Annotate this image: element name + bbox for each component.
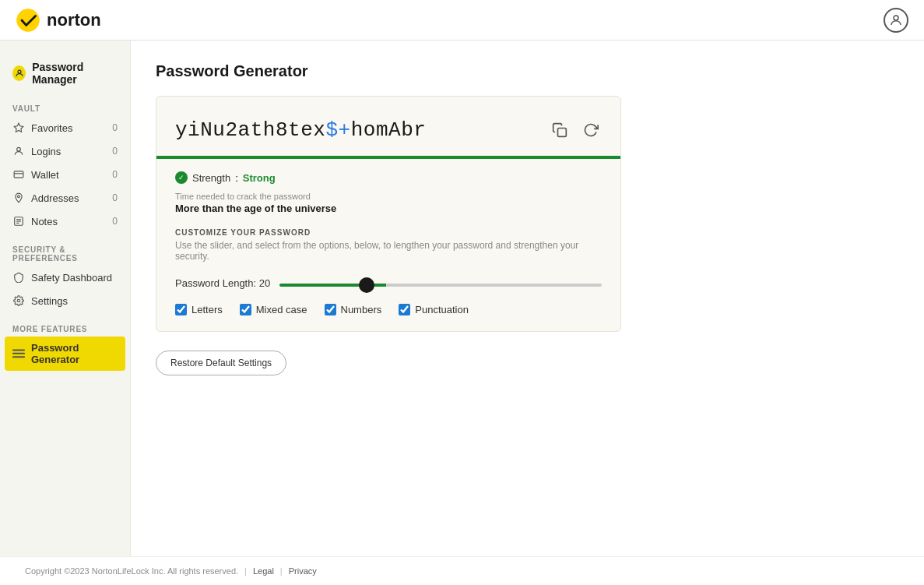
settings-icon xyxy=(12,294,25,307)
punctuation-checkbox-item[interactable]: Punctuation xyxy=(399,304,469,315)
letters-checkbox-item[interactable]: Letters xyxy=(175,304,223,315)
slider-row: Password Length: 20 xyxy=(175,276,602,290)
svg-rect-5 xyxy=(14,171,23,178)
generated-password: yiNu2ath8tex$+homAbr xyxy=(175,118,426,142)
logins-icon xyxy=(12,145,25,157)
svg-rect-12 xyxy=(12,349,25,351)
vault-section-label: Vault xyxy=(0,98,130,116)
password-generator-icon xyxy=(12,347,25,360)
password-prefix: yiNu2ath8tex xyxy=(175,118,325,142)
mixed-case-label: Mixed case xyxy=(256,304,307,315)
wallet-icon xyxy=(12,168,25,181)
svg-rect-15 xyxy=(558,129,567,137)
top-nav: norton xyxy=(0,0,924,41)
punctuation-checkbox[interactable] xyxy=(399,304,410,315)
strength-info: ✓ Strength: Strong Time needed to crack … xyxy=(156,159,620,214)
settings-label: Settings xyxy=(31,295,68,307)
svg-point-11 xyxy=(17,299,20,302)
svg-rect-13 xyxy=(12,353,25,354)
password-highlight: $+ xyxy=(325,118,350,142)
numbers-label: Numbers xyxy=(341,304,382,315)
addresses-label: Addresses xyxy=(31,192,79,204)
wallet-label: Wallet xyxy=(31,169,59,181)
sidebar-pm-header: Password Manager xyxy=(0,53,130,98)
mixed-case-checkbox[interactable] xyxy=(240,304,251,315)
strength-value: Strong xyxy=(243,172,276,184)
norton-logo: norton xyxy=(16,8,101,33)
safety-dashboard-label: Safety Dashboard xyxy=(31,272,112,284)
addresses-icon xyxy=(12,192,25,204)
password-actions xyxy=(549,119,602,141)
sidebar-item-wallet[interactable]: Wallet 0 xyxy=(0,163,130,186)
sidebar-pm-label: Password Manager xyxy=(32,61,118,86)
password-length-slider[interactable] xyxy=(279,284,602,287)
favorites-icon xyxy=(12,122,25,134)
logins-count: 0 xyxy=(112,146,118,157)
svg-rect-14 xyxy=(12,356,25,358)
letters-checkbox[interactable] xyxy=(175,304,187,315)
footer-privacy-link[interactable]: Privacy xyxy=(289,566,317,576)
sidebar-item-safety-dashboard[interactable]: Safety Dashboard xyxy=(0,266,130,289)
svg-point-0 xyxy=(17,9,40,31)
sidebar: Password Manager Vault Favorites 0 Login… xyxy=(0,41,131,556)
footer-legal-link[interactable]: Legal xyxy=(253,566,274,576)
safety-dashboard-icon xyxy=(12,271,25,284)
svg-point-1 xyxy=(894,16,898,20)
password-manager-icon xyxy=(12,65,26,81)
norton-logo-text: norton xyxy=(47,10,101,30)
notes-label: Notes xyxy=(31,216,58,227)
sidebar-item-notes[interactable]: Notes 0 xyxy=(0,210,130,233)
restore-default-settings-button[interactable]: Restore Default Settings xyxy=(156,351,286,375)
slider-wrapper xyxy=(279,276,602,290)
password-generator-label: Password Generator xyxy=(31,342,118,365)
sidebar-item-password-generator[interactable]: Password Generator xyxy=(5,337,125,371)
addresses-count: 0 xyxy=(112,192,118,203)
sidebar-item-settings[interactable]: Settings xyxy=(0,289,130,312)
favorites-count: 0 xyxy=(112,122,118,133)
password-length-label: Password Length: 20 xyxy=(175,277,270,289)
mixed-case-checkbox-item[interactable]: Mixed case xyxy=(240,304,307,315)
sidebar-item-logins[interactable]: Logins 0 xyxy=(0,139,130,163)
norton-logo-icon xyxy=(16,8,40,33)
sidebar-item-addresses[interactable]: Addresses 0 xyxy=(0,186,130,210)
svg-point-2 xyxy=(18,70,21,73)
favorites-label: Favorites xyxy=(31,122,72,134)
regenerate-password-button[interactable] xyxy=(580,119,602,141)
strength-row: ✓ Strength: Strong xyxy=(175,171,602,184)
customize-desc: Use the slider, and select from the opti… xyxy=(175,240,602,262)
page-title: Password Generator xyxy=(156,62,899,80)
crack-time-label: Time needed to crack the password xyxy=(175,192,602,201)
password-card: yiNu2ath8tex$+homAbr xyxy=(156,96,621,332)
footer-copyright: Copyright ©2023 NortonLifeLock Inc. All … xyxy=(25,566,238,576)
strength-check-icon: ✓ xyxy=(175,171,188,184)
copy-password-button[interactable] xyxy=(549,119,571,141)
checkbox-row: Letters Mixed case Numbers Punctuation xyxy=(175,304,602,315)
user-profile-button[interactable] xyxy=(884,8,908,33)
crack-time-value: More than the age of the universe xyxy=(175,203,602,214)
main-layout: Password Manager Vault Favorites 0 Login… xyxy=(0,41,924,556)
logins-label: Logins xyxy=(31,146,61,157)
customize-section: Customize Your Password Use the slider, … xyxy=(156,214,620,331)
password-display-area: yiNu2ath8tex$+homAbr xyxy=(156,97,620,156)
footer: Copyright ©2023 NortonLifeLock Inc. All … xyxy=(0,556,924,585)
content-area: Password Generator yiNu2ath8tex$+homAbr xyxy=(131,41,924,556)
svg-point-4 xyxy=(17,147,21,151)
sidebar-item-favorites[interactable]: Favorites 0 xyxy=(0,116,130,139)
numbers-checkbox[interactable] xyxy=(325,304,336,315)
svg-marker-3 xyxy=(14,123,23,132)
letters-label: Letters xyxy=(191,304,223,315)
strength-label: Strength xyxy=(192,172,230,184)
more-features-section-label: More Features xyxy=(0,319,130,337)
notes-icon xyxy=(12,215,25,227)
security-section-label: Security & Preferences xyxy=(0,239,130,266)
password-suffix: homAbr xyxy=(351,118,427,142)
svg-point-6 xyxy=(18,196,20,198)
punctuation-label: Punctuation xyxy=(415,304,469,315)
customize-title: Customize Your Password xyxy=(175,228,602,237)
wallet-count: 0 xyxy=(112,169,118,180)
notes-count: 0 xyxy=(112,216,118,227)
numbers-checkbox-item[interactable]: Numbers xyxy=(325,304,382,315)
